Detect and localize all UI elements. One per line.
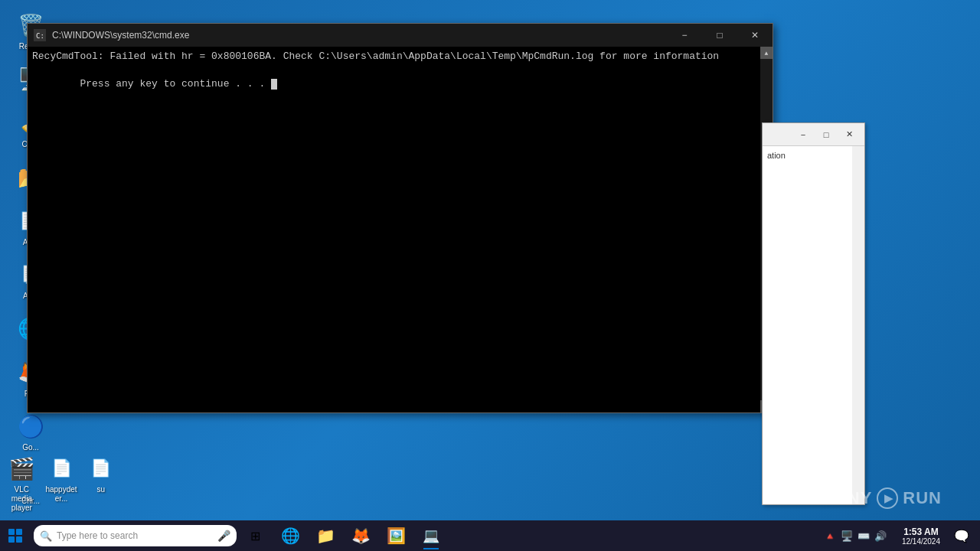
task-view-button[interactable]: ⊞ <box>240 520 270 551</box>
file-explorer-icon: 📁 <box>316 527 335 545</box>
notification-icon: 🗨️ <box>954 529 969 543</box>
windows-logo-icon <box>8 529 22 543</box>
vlc-icon-desktop[interactable]: 🎬 VLC media player <box>4 453 40 513</box>
cmd-title-text: C:\WINDOWS\system32\cmd.exe <box>52 30 766 41</box>
cmd-window: C: C:\WINDOWS\system32\cmd.exe − □ ✕ Rec… <box>27 23 773 413</box>
cmd-titlebar: C: C:\WINDOWS\system32\cmd.exe − □ ✕ <box>28 24 773 47</box>
vlc-icon: 🎬 <box>6 453 37 484</box>
taskbar-right: 🔺 🖥️ ⌨️ 🔊 1:53 AM 12/14/2024 🗨️ <box>818 520 980 551</box>
su-icon: 📄 <box>86 453 116 484</box>
taskbar: 🔍 Type here to search 🎤 ⊞ 🌐 📁 🦊 🖼️ 💻 <box>0 520 980 551</box>
cmd-controls: − □ ✕ <box>667 24 773 47</box>
taskbar-search[interactable]: 🔍 Type here to search 🎤 <box>34 525 237 546</box>
mic-icon: 🎤 <box>217 530 230 542</box>
notification-button[interactable]: 🗨️ <box>949 520 974 551</box>
cmd-maximize-button[interactable]: □ <box>702 24 737 47</box>
tray-arrow-icon: 🔺 <box>824 530 836 542</box>
anyrun-watermark: ANY ▶ RUN <box>835 487 942 509</box>
bottom-desktop-icons: 🎬 VLC media player 📄 happydeter... 📄 su <box>0 449 122 517</box>
cmd-line-1: RecyCmdTool: Failed with hr = 0x800106BA… <box>32 50 768 64</box>
cmd-title-icon: C: <box>34 29 46 41</box>
system-tray[interactable]: 🔺 🖥️ ⌨️ 🔊 <box>818 520 893 551</box>
edge-icon: 🌐 <box>281 527 300 545</box>
clock-date: 12/14/2024 <box>902 537 940 546</box>
taskbar-file-explorer[interactable]: 📁 <box>309 520 342 551</box>
second-body[interactable]: ation <box>763 146 864 504</box>
su-icon-desktop[interactable]: 📄 su <box>83 453 119 494</box>
chrome-icon: 🔵 <box>15 411 46 442</box>
second-minimize-button[interactable]: − <box>792 124 815 145</box>
second-close-button[interactable]: ✕ <box>838 124 861 145</box>
search-placeholder: Type here to search <box>57 530 138 541</box>
desktop: 🗑️ Recy... 🖥️ 🧹 CC... 📂 📝 Ad... 📑 Ac... … <box>0 0 980 551</box>
happydeter-icon-desktop[interactable]: 📄 happydeter... <box>44 453 80 504</box>
cmd-close-button[interactable]: ✕ <box>737 24 773 47</box>
cmd-icon: 💻 <box>423 527 439 544</box>
start-button[interactable] <box>0 520 31 551</box>
vlc-label: VLC media player <box>4 485 40 513</box>
happydeter-label: happydeter... <box>44 485 80 504</box>
taskbar-apps: 🌐 📁 🦊 🖼️ 💻 <box>273 520 448 551</box>
desktop-icon-chrome[interactable]: 🔵 Go... <box>3 409 58 455</box>
taskbar-fotosifter[interactable]: 🖼️ <box>379 520 413 551</box>
second-body-text: ation <box>766 149 861 161</box>
task-view-icon: ⊞ <box>250 529 260 543</box>
second-controls: − □ ✕ <box>792 124 861 145</box>
cmd-minimize-button[interactable]: − <box>667 24 702 47</box>
cmd-cursor <box>271 79 277 90</box>
svg-text:C:: C: <box>36 32 44 40</box>
network-icon: 🖥️ <box>841 530 853 542</box>
volume-icon: 🔊 <box>874 530 887 542</box>
keyboard-icon: ⌨️ <box>858 530 870 542</box>
taskbar-edge[interactable]: 🌐 <box>273 520 307 551</box>
taskbar-firefox[interactable]: 🦊 <box>344 520 377 551</box>
su-label: su <box>96 485 105 494</box>
cmd-line-2: Press any key to continue . . . <box>32 64 768 106</box>
cmd-scroll-up[interactable]: ▲ <box>760 47 773 59</box>
watermark-run: RUN <box>903 488 942 508</box>
fotosifter-icon: 🖼️ <box>387 527 406 545</box>
second-titlebar: − □ ✕ <box>763 123 864 146</box>
happydeter-icon: 📄 <box>46 453 77 484</box>
clock-time: 1:53 AM <box>903 527 939 537</box>
second-maximize-button[interactable]: □ <box>815 124 838 145</box>
search-icon: 🔍 <box>40 530 52 542</box>
watermark-any: ANY <box>835 488 872 508</box>
taskbar-cmd[interactable]: 💻 <box>414 520 448 551</box>
second-window: − □ ✕ ation <box>762 122 865 505</box>
cmd-body[interactable]: RecyCmdTool: Failed with hr = 0x800106BA… <box>28 47 773 412</box>
firefox-icon: 🦊 <box>351 527 371 545</box>
taskbar-clock[interactable]: 1:53 AM 12/14/2024 <box>896 520 946 551</box>
second-scrollbar[interactable] <box>852 146 864 504</box>
